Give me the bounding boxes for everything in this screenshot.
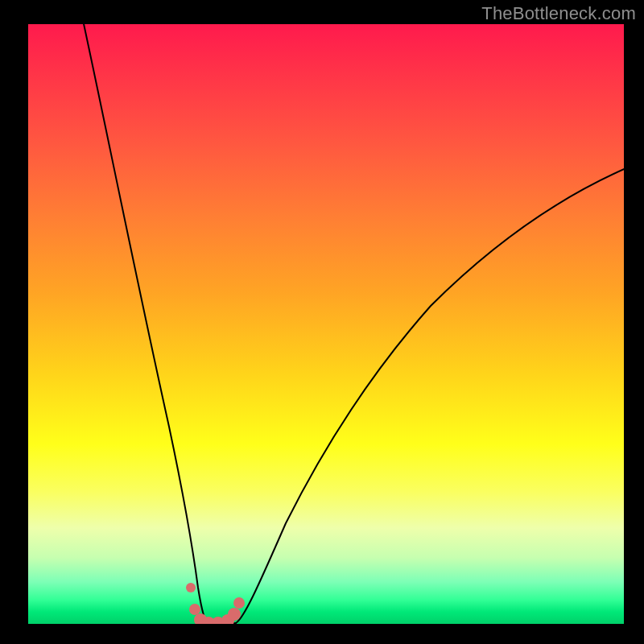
bottleneck-curve-right (236, 167, 624, 623)
highlight-dots (186, 583, 245, 624)
curve-svg (28, 24, 624, 624)
svg-point-6 (228, 608, 241, 621)
svg-point-0 (186, 583, 196, 592)
svg-point-1 (189, 604, 200, 615)
bottleneck-curve-left (83, 24, 207, 623)
svg-point-7 (233, 597, 245, 609)
plot-area (28, 24, 624, 624)
chart-frame: TheBottleneck.com (0, 0, 644, 644)
watermark-text: TheBottleneck.com (481, 3, 636, 24)
